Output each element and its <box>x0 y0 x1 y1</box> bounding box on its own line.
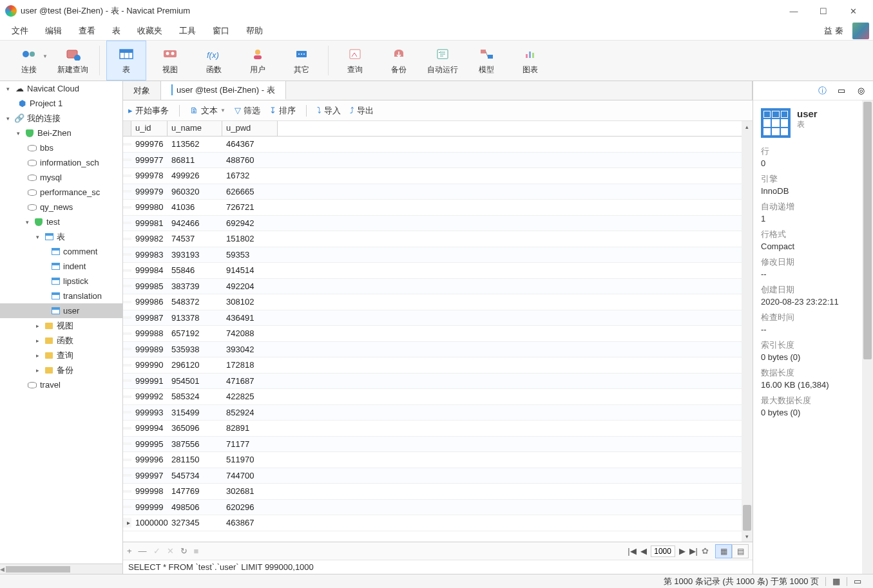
tree-project[interactable]: ⬢Project 1 <box>0 96 122 111</box>
toolbar-query[interactable]: 查询 <box>335 41 375 81</box>
tree-category[interactable]: ▸函数 <box>0 333 122 348</box>
avatar[interactable] <box>852 23 869 39</box>
table-row[interactable]: 99997786811488760 <box>123 153 742 169</box>
menu-help[interactable]: 帮助 <box>238 23 271 39</box>
tree-category[interactable]: ▸备份 <box>0 363 122 377</box>
btn-filter[interactable]: ▽筛选 <box>235 105 260 117</box>
table-row[interactable]: 999988657192742088 <box>123 326 742 342</box>
account-name[interactable]: 益 秦 <box>819 23 849 39</box>
tree-db-travel[interactable]: travel <box>0 377 122 392</box>
menu-tools[interactable]: 工具 <box>171 23 204 39</box>
table-row[interactable]: ▸1000000327345463867 <box>123 515 742 531</box>
nav-next-button[interactable]: ▶ <box>679 546 686 556</box>
tree-db-test[interactable]: ▾test <box>0 214 122 229</box>
table-row[interactable]: 99999436509682891 <box>123 421 742 437</box>
nav-prev-button[interactable]: ◀ <box>640 546 647 556</box>
toolbar-connect[interactable]: 连接▼ <box>9 41 49 81</box>
tab-user-table[interactable]: user @test (Bei-Zhen) - 表 <box>161 81 286 100</box>
toolbar-model[interactable]: 模型 <box>466 41 506 81</box>
maximize-button[interactable]: ☐ <box>809 1 838 21</box>
table-row[interactable]: 99998274537151802 <box>123 231 742 247</box>
table-row[interactable]: 999981942466692942 <box>123 216 742 232</box>
page-input[interactable] <box>651 545 675 557</box>
info-icon[interactable]: ⓘ <box>816 85 828 97</box>
tree-myconn[interactable]: ▾🔗我的连接 <box>0 111 122 126</box>
menu-window[interactable]: 窗口 <box>205 23 237 39</box>
tree-table-indent[interactable]: indent <box>0 259 122 274</box>
table-row[interactable]: 99998041036726721 <box>123 200 742 216</box>
table-row[interactable]: 999990296120172818 <box>123 357 742 374</box>
toolbar-other[interactable]: 其它 <box>282 41 321 81</box>
toolbar-table[interactable]: 表 <box>106 41 146 81</box>
table-row[interactable]: 99999538755671177 <box>123 437 742 453</box>
table-row[interactable]: 999979960320626665 <box>123 184 742 200</box>
tree-db-information_sch[interactable]: information_sch <box>0 155 122 170</box>
menu-edit[interactable]: 编辑 <box>37 23 70 39</box>
preview-icon[interactable]: ◎ <box>855 85 867 97</box>
table-row[interactable]: 999976113562464367 <box>123 137 742 153</box>
toolbar-backup[interactable]: 备份 <box>379 41 419 81</box>
sidebar-hscroll[interactable]: ◀ <box>0 564 122 574</box>
status-icon1[interactable]: ▦ <box>826 576 847 586</box>
chevron-right-icon[interactable]: ▸ <box>34 337 41 344</box>
btn-export[interactable]: ⤴导出 <box>350 105 374 117</box>
form-view-button[interactable]: ▤ <box>732 544 749 558</box>
tree-conn-beizhen[interactable]: ▾Bei-Zhen <box>0 126 122 140</box>
tree-tables-folder[interactable]: ▾表 <box>0 229 122 244</box>
close-button[interactable]: ✕ <box>838 1 868 21</box>
minimize-button[interactable]: — <box>779 1 809 21</box>
table-row[interactable]: 999996281150511970 <box>123 452 742 468</box>
tree-table-translation[interactable]: translation <box>0 289 122 303</box>
nav-last-button[interactable]: ▶| <box>689 546 698 556</box>
table-row[interactable]: 99998339319359353 <box>123 247 742 263</box>
table-row[interactable]: 999998147769302681 <box>123 484 742 500</box>
chevron-down-icon[interactable]: ▾ <box>34 234 41 240</box>
grid-col-uid[interactable]: u_id <box>131 121 168 136</box>
menu-file[interactable]: 文件 <box>4 23 36 39</box>
nav-first-button[interactable]: |◀ <box>628 546 636 556</box>
stop-button[interactable]: ■ <box>194 546 199 556</box>
status-icon2[interactable]: ▭ <box>847 576 868 586</box>
table-row[interactable]: 999999498506620296 <box>123 500 742 516</box>
cancel-edit-button[interactable]: ✕ <box>167 546 174 556</box>
add-row-button[interactable]: + <box>127 546 132 556</box>
chevron-right-icon[interactable]: ▸ <box>34 352 41 359</box>
scroll-up-icon[interactable]: ▴ <box>742 121 753 132</box>
tree-db-bbs[interactable]: bbs <box>0 140 122 155</box>
menu-table[interactable]: 表 <box>104 23 128 39</box>
table-row[interactable]: 999993315499852924 <box>123 405 742 421</box>
chevron-down-icon[interactable]: ▾ <box>4 86 12 92</box>
table-row[interactable]: 999992585324422825 <box>123 389 742 405</box>
tab-objects[interactable]: 对象 <box>123 81 161 100</box>
btn-begin-trans[interactable]: ▸开始事务 <box>128 105 169 117</box>
data-grid[interactable]: u_id u_name u_pwd 9999761135624643679999… <box>123 121 742 542</box>
scroll-down-icon[interactable]: ▾ <box>742 531 753 542</box>
chevron-down-icon[interactable]: ▾ <box>23 219 31 225</box>
btn-sort[interactable]: ↧排序 <box>269 105 296 117</box>
toolbar-newquery[interactable]: 新建查询 <box>53 41 93 81</box>
chevron-right-icon[interactable]: ▸ <box>34 323 41 329</box>
tree-db-mysql[interactable]: mysql <box>0 170 122 185</box>
refresh-button[interactable]: ↻ <box>180 546 187 556</box>
scroll-thumb[interactable] <box>743 505 751 531</box>
delete-row-button[interactable]: — <box>139 546 147 556</box>
nav-settings-button[interactable]: ✿ <box>702 546 709 556</box>
grid-vscroll[interactable]: ▴ ▾ <box>742 121 753 542</box>
toolbar-view[interactable]: 视图 <box>150 41 190 81</box>
table-row[interactable]: 99998455846914514 <box>123 263 742 279</box>
tree-db-qy_news[interactable]: qy_news <box>0 200 122 214</box>
table-row[interactable]: 99997849992616732 <box>123 168 742 184</box>
table-row[interactable]: 999989535938393042 <box>123 342 742 358</box>
tree-category[interactable]: ▸查询 <box>0 348 122 363</box>
toolbar-function[interactable]: f(x)函数 <box>194 41 234 81</box>
btn-import[interactable]: ⤵导入 <box>317 105 341 117</box>
toolbar-autorun[interactable]: 自动运行 <box>423 41 463 81</box>
tree-table-user[interactable]: user <box>0 303 122 318</box>
grid-col-uname[interactable]: u_name <box>168 121 222 136</box>
table-row[interactable]: 999991954501471687 <box>123 374 742 390</box>
tree-navicat-cloud[interactable]: ▾☁Navicat Cloud <box>0 81 122 96</box>
ddl-icon[interactable]: ▭ <box>836 85 847 97</box>
menu-favorites[interactable]: 收藏夹 <box>130 23 170 39</box>
chevron-down-icon[interactable]: ▾ <box>14 130 22 137</box>
menu-view[interactable]: 查看 <box>71 23 103 39</box>
